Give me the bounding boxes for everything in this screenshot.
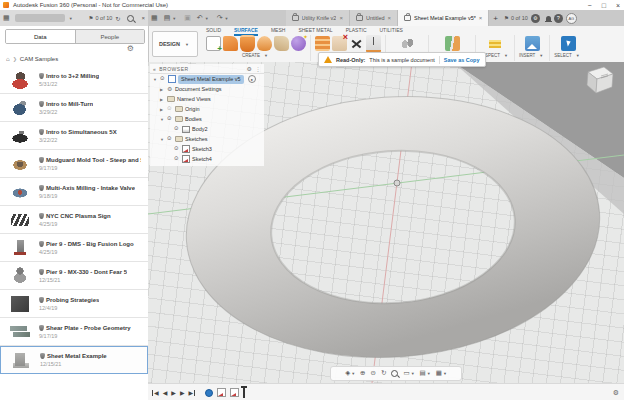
group-label-insert[interactable]: INSERT▼ (519, 53, 545, 58)
visibility-eye-icon[interactable]: ⊙ (174, 156, 180, 162)
team-name-redacted[interactable] (15, 14, 65, 22)
show-data-panel-icon[interactable]: ▦ (151, 14, 158, 22)
activate-component-icon[interactable]: ● (248, 75, 256, 83)
visibility-eye-icon[interactable]: ⊙ (167, 106, 173, 112)
list-item[interactable]: Intro to Simultaneous 5X 3/22/22 (0, 122, 148, 150)
close-panel-icon[interactable]: × (141, 15, 145, 21)
patch-icon[interactable] (274, 36, 289, 51)
expand-icon[interactable]: ▶ (160, 107, 165, 112)
step-back-icon[interactable]: ◀ (163, 390, 168, 396)
display-settings-icon[interactable]: ▭▼ (403, 370, 414, 377)
doc-tab-utility-knife[interactable]: Utility Knife v2 × (286, 10, 350, 26)
settings-icon[interactable]: ⚙ (531, 14, 540, 23)
team-switcher-icon[interactable]: ▦ (3, 14, 10, 22)
select-icon[interactable] (561, 36, 576, 51)
chevron-down-icon[interactable]: ▼ (69, 16, 73, 21)
root-component-label[interactable]: Sheet Metal Example v5 (178, 75, 244, 84)
list-item[interactable]: NYC CNC Plasma Sign 4/25/19 (0, 206, 148, 234)
redo-icon[interactable]: ↷▼ (217, 14, 231, 22)
browser-row[interactable]: ⊙ Sketch3 (150, 144, 264, 154)
sketch-feature-icon[interactable] (217, 388, 226, 397)
search-icon[interactable] (127, 15, 134, 22)
notifications-icon[interactable] (546, 16, 551, 21)
refresh-icon[interactable]: ↻ (115, 15, 120, 22)
list-item-selected[interactable]: Sheet Metal Example 12/15/21 (0, 346, 148, 374)
home-icon[interactable]: ⌂ (6, 56, 10, 62)
save-as-copy-link[interactable]: Save as Copy (444, 57, 480, 63)
new-tab-icon[interactable]: + (493, 14, 498, 23)
extrude-surface-icon[interactable] (223, 36, 238, 51)
tab-data[interactable]: Data (6, 30, 76, 43)
tab-close-icon[interactable]: × (388, 15, 392, 21)
origin-marker[interactable] (394, 180, 400, 186)
step-forward-icon[interactable]: ▶ (180, 390, 185, 396)
extend-icon[interactable] (366, 35, 381, 53)
viewports-icon[interactable]: ▦▼ (436, 370, 447, 377)
minimize-icon[interactable]: − (588, 2, 592, 9)
gear-icon[interactable]: ⚙ (127, 44, 134, 53)
timeline-gear-icon[interactable]: ⚙ (613, 389, 619, 397)
loft-surface-icon[interactable] (257, 36, 272, 51)
visibility-eye-icon[interactable]: ⊙ (167, 136, 173, 142)
expand-icon[interactable]: ▼ (160, 137, 165, 142)
view-cube[interactable] (578, 64, 618, 98)
help-icon[interactable]: ? (554, 14, 563, 23)
list-item[interactable]: Probing Strategies 12/4/19 (0, 290, 148, 318)
measure-icon[interactable] (488, 36, 503, 51)
job-status[interactable]: ⚑ 0 of 10 (89, 15, 113, 21)
tab-close-icon[interactable]: × (479, 15, 483, 21)
list-item[interactable]: Shear Plate - Probe Geometry 9/17/19 (0, 318, 148, 346)
browser-settings-icon[interactable]: ⚙ (247, 66, 253, 72)
play-icon[interactable]: ▶ (171, 390, 176, 396)
workspace-selector[interactable]: DESIGN▼ (152, 31, 198, 57)
look-at-icon[interactable]: ⊙ (371, 370, 376, 377)
file-menu-icon[interactable]: ▤▼ (164, 14, 179, 22)
group-label-select[interactable]: SELECT▼ (554, 53, 581, 58)
expand-icon[interactable]: ▶ (160, 87, 165, 92)
list-item[interactable]: Pier 9 - MX-330 - Dont Fear 5 12/15/21 (0, 262, 148, 290)
list-item[interactable]: Intro to Mill-Turn 3/29/22 (0, 94, 148, 122)
kebab-icon[interactable]: ⋮ (256, 66, 262, 72)
save-icon[interactable]: ▣ (184, 14, 191, 22)
browser-row[interactable]: ▶ ⊙ Origin (150, 104, 264, 114)
revolve-surface-icon[interactable] (240, 35, 255, 52)
job-status[interactable]: ⚑ 0 of 10 (504, 15, 528, 21)
doc-tab-sheet-metal-example[interactable]: Sheet Metal Example v5* × (398, 10, 489, 26)
create-form-icon[interactable] (291, 36, 306, 51)
timeline-marker[interactable] (205, 389, 213, 397)
group-label-create[interactable]: CREATE▼ (242, 53, 270, 58)
expand-icon[interactable]: ▶ (160, 97, 165, 102)
construct-plane-icon[interactable] (445, 36, 460, 51)
expand-icon[interactable]: ▼ (160, 117, 165, 122)
user-avatar[interactable]: AG (566, 13, 577, 24)
timeline-playhead[interactable] (243, 387, 245, 398)
expand-icon[interactable]: ▼ (153, 77, 158, 82)
collapse-panel-icon[interactable]: « (153, 66, 156, 72)
browser-root-row[interactable]: ▼ ⊙ Sheet Metal Example v5 ● (150, 74, 264, 84)
create-sketch-icon[interactable] (206, 36, 221, 51)
undo-icon[interactable]: ↶▼ (197, 14, 211, 22)
zoom-icon[interactable] (391, 370, 398, 377)
insert-image-icon[interactable] (525, 36, 540, 51)
browser-row[interactable]: ⊙ Body2 (150, 124, 264, 134)
list-item[interactable]: Pier 9 - DMS - Big Fusion Logo 4/25/19 (0, 234, 148, 262)
browser-row[interactable]: ▼ ⊙ Sketches (150, 134, 264, 144)
list-item[interactable]: Multi-Axis Milling - Intake Valve 9/18/1… (0, 178, 148, 206)
visibility-eye-icon[interactable]: ⊙ (174, 146, 180, 152)
orbit-icon[interactable]: ⊕ (360, 370, 365, 377)
doc-tab-untitled[interactable]: Untitled × (350, 10, 398, 26)
unstitch-icon[interactable] (315, 36, 330, 51)
browser-row[interactable]: ⊙ Sketch4 (150, 154, 264, 164)
maximize-icon[interactable]: □ (602, 2, 606, 9)
visibility-eye-icon[interactable]: ⊙ (174, 126, 180, 132)
visibility-eye-icon[interactable]: ⊙ (167, 116, 173, 122)
step-start-icon[interactable]: ◀ (152, 390, 159, 396)
pan-icon[interactable]: ↻ (381, 370, 386, 377)
step-end-icon[interactable]: ▶ (189, 390, 196, 396)
fit-view-icon[interactable]: ◈▼ (345, 370, 355, 377)
visibility-eye-icon[interactable]: ⊙ (160, 76, 166, 82)
assemble-icon[interactable] (400, 36, 415, 51)
layout-grid-icon[interactable]: ▤▼ (420, 370, 431, 377)
sketch-feature-icon[interactable] (230, 388, 239, 397)
tab-close-icon[interactable]: × (339, 15, 343, 21)
